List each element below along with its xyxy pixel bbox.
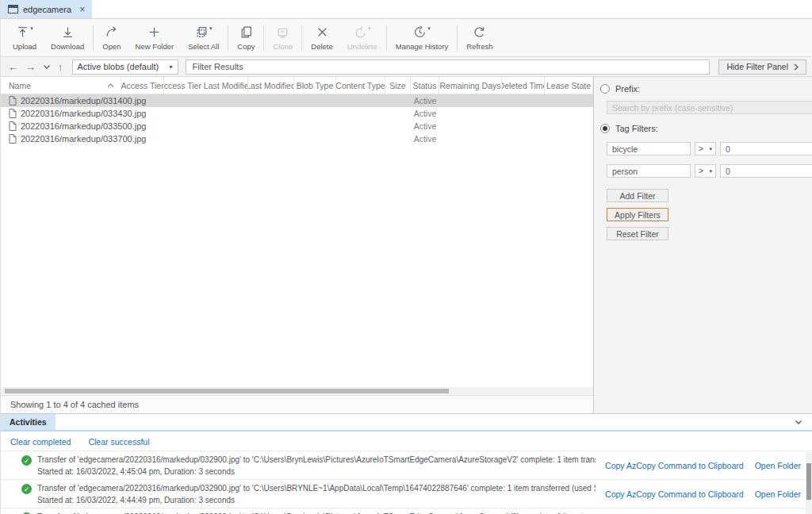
- table-row[interactable]: 20220316/markedup/031400.jpg Active: [1, 94, 593, 107]
- tag-operator-value: >: [699, 144, 703, 153]
- clear-completed-link[interactable]: Clear completed: [10, 437, 71, 447]
- prefix-search-input: [607, 101, 812, 114]
- file-icon: [9, 109, 17, 118]
- chevron-down-icon[interactable]: [41, 64, 52, 70]
- toolbar-separator: [263, 25, 264, 51]
- items-summary: Showing 1 to 4 of 4 cached items: [1, 395, 593, 413]
- column-header-access-tier[interactable]: Access Tier: [121, 77, 164, 94]
- copy-button[interactable]: Copy: [230, 19, 262, 56]
- activity-message: Transfer of 'edgecamera/20220316/markedu…: [37, 455, 596, 464]
- activity-item: ✓ Transfer of 'edgecamera/20220316/marke…: [1, 508, 812, 514]
- tag-filter-row: > ▾: [607, 164, 812, 178]
- vertical-scrollbar-thumb[interactable]: [806, 463, 811, 500]
- tag-value-input[interactable]: [720, 164, 812, 178]
- clone-icon: [276, 25, 289, 39]
- back-icon[interactable]: ←: [6, 62, 20, 72]
- open-folder-link[interactable]: Open Folder: [755, 461, 801, 470]
- undelete-label: Undelete: [347, 42, 377, 51]
- undelete-button: ▾ Undelete: [340, 19, 385, 56]
- prefix-radio[interactable]: [600, 84, 610, 94]
- tab-close-icon[interactable]: ×: [79, 4, 85, 15]
- blob-view-selected-value: Active blobs (default): [78, 62, 159, 71]
- chevron-down-icon: ▾: [709, 168, 712, 175]
- upload-button[interactable]: ▾ Upload: [6, 19, 44, 56]
- file-icon: [9, 134, 17, 144]
- collapse-activities-icon[interactable]: [785, 414, 812, 430]
- forward-icon[interactable]: →: [24, 62, 37, 72]
- column-header-access-tier-last-modified[interactable]: Access Tier Last Modified: [164, 77, 248, 94]
- file-icon: [9, 96, 17, 105]
- blob-status: Active: [411, 134, 439, 144]
- dropdown-caret-icon: ▾: [30, 25, 33, 32]
- activity-item: ✓ Transfer of 'edgecamera/20220316/marke…: [1, 451, 812, 479]
- toolbar-separator: [386, 25, 387, 51]
- delete-label: Delete: [311, 42, 332, 51]
- new-folder-button[interactable]: New Folder: [128, 19, 182, 56]
- tag-value-input[interactable]: [720, 142, 812, 155]
- activities-tab-bar: Activities: [1, 414, 812, 432]
- table-row[interactable]: 20220316/markedup/033500.jpg Active: [1, 120, 593, 132]
- add-filter-button[interactable]: Add Filter: [607, 189, 668, 202]
- column-header-lease-state[interactable]: Lease State: [545, 77, 593, 94]
- column-header-name[interactable]: Name: [1, 77, 121, 94]
- blob-status: Active: [411, 96, 439, 105]
- delete-button[interactable]: Delete: [304, 19, 339, 56]
- main-content: Name Access Tier Access Tier Last Modifi…: [1, 77, 812, 413]
- dropdown-caret-icon: ▾: [427, 25, 431, 32]
- open-folder-link[interactable]: Open Folder: [755, 489, 801, 499]
- manage-history-icon: [413, 25, 427, 39]
- horizontal-scrollbar-thumb[interactable]: [5, 389, 449, 393]
- select-all-button[interactable]: ▾ Select All: [181, 19, 226, 56]
- column-header-deleted-time[interactable]: Deleted Time: [502, 77, 545, 94]
- tag-name-input[interactable]: [607, 164, 691, 178]
- column-header-remaining-days[interactable]: Remaining Days: [439, 77, 502, 94]
- activity-started-at: Started at: 16/03/2022, 4:45:04 pm, Dura…: [37, 467, 596, 476]
- copy-azcopy-command-link[interactable]: Copy AzCopy Command to Clipboard: [605, 461, 744, 470]
- blob-name: 20220316/markedup/033430.jpg: [21, 109, 146, 118]
- tag-name-input[interactable]: [607, 142, 691, 155]
- table-row[interactable]: 20220316/markedup/033700.jpg Active: [1, 132, 593, 145]
- column-header-blob-type[interactable]: Blob Type: [294, 77, 336, 94]
- refresh-label: Refresh: [466, 42, 492, 51]
- tag-filter-row: > ▾: [607, 142, 812, 155]
- activities-panel: Activities Clear completed Clear success…: [1, 413, 812, 514]
- clone-button: Clone: [266, 19, 300, 56]
- column-header-last-modified[interactable]: Last Modified: [248, 77, 294, 94]
- tab-edgecamera[interactable]: edgecamera ×: [1, 0, 92, 18]
- download-button[interactable]: Download: [44, 19, 91, 56]
- tag-filters-label: Tag Filters:: [615, 124, 658, 133]
- tag-operator-dropdown[interactable]: > ▾: [695, 142, 716, 155]
- blob-container-icon: [8, 5, 18, 13]
- vertical-scrollbar[interactable]: [806, 452, 812, 514]
- table-header-row: Name Access Tier Access Tier Last Modifi…: [1, 77, 593, 94]
- clone-label: Clone: [273, 42, 293, 51]
- column-header-size[interactable]: Size: [385, 77, 411, 94]
- up-icon[interactable]: ↑: [56, 62, 65, 72]
- clear-successful-link[interactable]: Clear successful: [88, 437, 149, 447]
- blob-view-dropdown[interactable]: Active blobs (default) ▾: [72, 59, 178, 75]
- activities-list: Clear completed Clear successful ✓ Trans…: [1, 432, 812, 514]
- tag-filters-radio[interactable]: [600, 124, 610, 133]
- manage-history-button[interactable]: ▾ Manage History: [389, 19, 456, 56]
- refresh-button[interactable]: Refresh: [459, 19, 500, 56]
- column-header-content-type[interactable]: Content Type: [336, 77, 385, 94]
- hide-filter-panel-button[interactable]: Hide Filter Panel: [718, 59, 806, 75]
- undelete-icon: [354, 25, 367, 39]
- open-button[interactable]: Open: [95, 19, 128, 56]
- navigation-bar: ← → ↑ Active blobs (default) ▾ Hide Filt…: [1, 57, 812, 77]
- filter-panel: Prefix: Tag Filters: > ▾ > ▾: [594, 77, 812, 413]
- success-check-icon: ✓: [21, 455, 32, 466]
- table-row[interactable]: 20220316/markedup/033430.jpg Active: [1, 107, 593, 120]
- apply-filters-button[interactable]: Apply Filters: [607, 208, 668, 221]
- column-header-status[interactable]: Status: [411, 77, 439, 94]
- horizontal-scrollbar[interactable]: [1, 387, 593, 395]
- file-icon: [9, 121, 17, 131]
- success-check-icon: ✓: [21, 484, 32, 494]
- copy-azcopy-command-link[interactable]: Copy AzCopy Command to Clipboard: [605, 489, 744, 499]
- toolbar: ▾ Upload Download Open New Folder ▾ Sele…: [1, 19, 812, 57]
- tab-activities[interactable]: Activities: [1, 414, 56, 430]
- tag-operator-dropdown[interactable]: > ▾: [695, 164, 716, 178]
- reset-filter-button[interactable]: Reset Filter: [607, 227, 668, 240]
- blob-status: Active: [411, 121, 439, 131]
- filter-results-input[interactable]: [186, 59, 710, 75]
